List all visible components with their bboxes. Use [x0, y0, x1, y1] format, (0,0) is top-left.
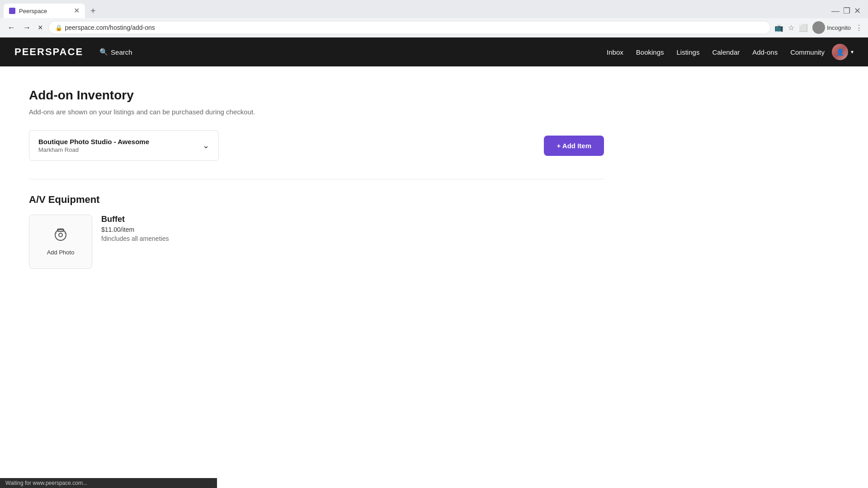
url-bar[interactable]: 🔒 peerspace.com/hosting/add-ons: [48, 21, 771, 34]
back-button[interactable]: ←: [5, 21, 17, 34]
user-chevron-icon: ▾: [851, 49, 854, 55]
browser-tab-bar: Peerspace ✕ + — ❐ ✕: [0, 0, 868, 18]
reload-button[interactable]: ×: [36, 21, 45, 34]
url-text: peerspace.com/hosting/add-ons: [65, 24, 764, 31]
nav-link-inbox[interactable]: Inbox: [607, 47, 623, 58]
browser-profile-avatar: [812, 21, 825, 34]
item-name: Buffet: [101, 215, 169, 224]
item-photo-upload[interactable]: Add Photo: [29, 215, 92, 269]
nav-link-calendar[interactable]: Calendar: [712, 47, 740, 58]
browser-chrome: Peerspace ✕ + — ❐ ✕ ← → × 🔒 peerspace.co…: [0, 0, 868, 38]
item-card: Add Photo Buffet $11.00/item fdincludes …: [29, 215, 604, 269]
security-lock-icon: 🔒: [55, 24, 62, 31]
location-selector-row: Boutique Photo Studio - Awesome Markham …: [29, 130, 604, 161]
search-button[interactable]: 🔍 Search: [94, 45, 138, 59]
bookmark-icon[interactable]: ☆: [788, 23, 794, 32]
app-logo[interactable]: PEERSPACE: [14, 46, 83, 58]
window-maximize-button[interactable]: ❐: [843, 6, 850, 16]
item-price: $11.00/item: [101, 226, 169, 233]
app-nav-links: Inbox Bookings Listings Calendar Add-ons…: [607, 47, 825, 58]
add-item-button[interactable]: + Add Item: [544, 136, 604, 156]
page-subtitle: Add-ons are shown on your listings and c…: [29, 108, 604, 116]
location-address: Markham Road: [38, 146, 149, 153]
location-selector[interactable]: Boutique Photo Studio - Awesome Markham …: [29, 130, 219, 161]
browser-bar-right: 📺 ☆ ⬜ Incognito ⋮: [774, 21, 863, 34]
section-divider: [29, 179, 604, 179]
profile-icon[interactable]: ⬜: [799, 23, 808, 32]
nav-link-addons[interactable]: Add-ons: [752, 47, 778, 58]
avatar-image: 👤: [832, 44, 848, 60]
add-photo-icon: [53, 228, 68, 245]
browser-tab-active[interactable]: Peerspace ✕: [4, 4, 85, 18]
browser-address-bar: ← → × 🔒 peerspace.com/hosting/add-ons 📺 …: [0, 18, 868, 37]
tab-favicon: [9, 8, 15, 14]
add-photo-label: Add Photo: [47, 249, 75, 256]
nav-link-bookings[interactable]: Bookings: [636, 47, 664, 58]
page-title: Add-on Inventory: [29, 88, 604, 103]
search-icon: 🔍: [99, 48, 108, 56]
location-info: Boutique Photo Studio - Awesome Markham …: [38, 138, 149, 153]
section-title: A/V Equipment: [29, 194, 604, 206]
window-minimize-button[interactable]: —: [831, 6, 840, 16]
tab-title: Peerspace: [19, 8, 47, 14]
search-label: Search: [111, 48, 132, 56]
window-close-button[interactable]: ✕: [854, 6, 861, 16]
item-description: fdincludes all ameneties: [101, 235, 169, 242]
new-tab-button[interactable]: +: [87, 4, 99, 18]
extension-icon[interactable]: ⋮: [855, 23, 863, 32]
browser-profile-button[interactable]: Incognito: [812, 21, 851, 34]
cast-icon[interactable]: 📺: [774, 23, 783, 32]
user-avatar: 👤: [832, 44, 848, 60]
incognito-label: Incognito: [827, 24, 851, 31]
app-navbar: PEERSPACE 🔍 Search Inbox Bookings Listin…: [0, 38, 868, 66]
svg-point-1: [59, 233, 62, 237]
location-name: Boutique Photo Studio - Awesome: [38, 138, 149, 145]
forward-button[interactable]: →: [21, 21, 33, 34]
nav-link-listings[interactable]: Listings: [677, 47, 700, 58]
browser-window-controls: — ❐ ✕: [831, 6, 864, 16]
user-avatar-area[interactable]: 👤 ▾: [832, 44, 854, 60]
item-details: Buffet $11.00/item fdincludes all amenet…: [101, 215, 169, 242]
tab-close-button[interactable]: ✕: [74, 7, 80, 14]
nav-link-community[interactable]: Community: [790, 47, 825, 58]
location-chevron-icon: ⌄: [203, 141, 209, 150]
main-content: Add-on Inventory Add-ons are shown on yo…: [0, 66, 633, 291]
